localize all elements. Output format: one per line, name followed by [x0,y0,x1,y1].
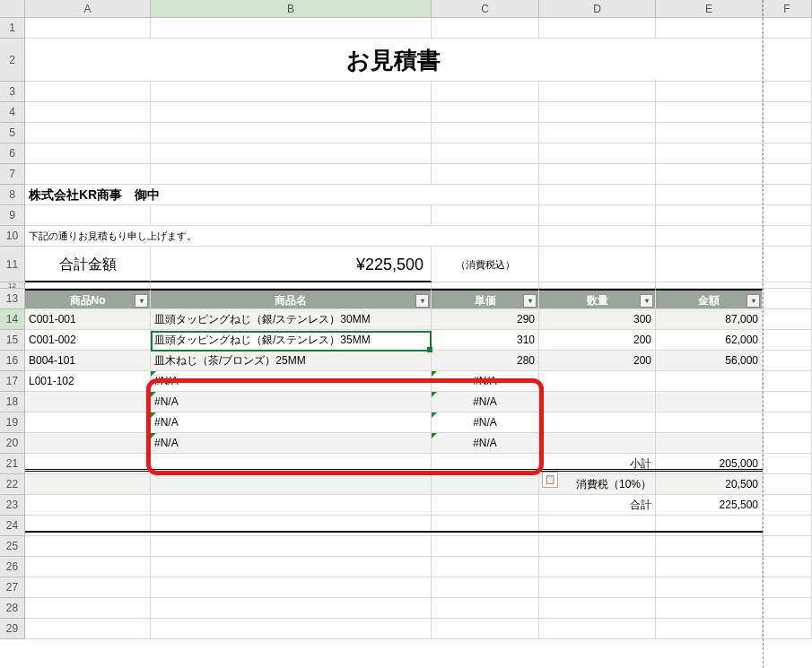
cell-qty[interactable] [539,412,656,433]
cell[interactable] [432,619,539,639]
cell[interactable] [763,433,812,454]
row-13[interactable]: 13 [0,289,25,309]
row-15[interactable]: 15 [0,330,25,351]
cell-qty[interactable] [539,392,656,412]
tax-value[interactable]: 20,500 [656,474,763,495]
cell[interactable] [656,536,763,557]
cell-qty[interactable]: 200 [539,330,656,351]
cell[interactable] [151,282,432,289]
cell[interactable] [25,495,151,516]
cell[interactable] [432,474,539,495]
cell-name-error[interactable]: #N/A [151,392,432,412]
row-27[interactable]: 27 [0,577,25,598]
cell[interactable] [656,82,763,102]
row-8[interactable]: 8 [0,185,25,205]
cell[interactable] [539,247,656,282]
cell[interactable] [25,536,151,557]
col-C[interactable]: C [432,0,539,17]
cell-name[interactable]: 皿頭タッピングねじ（銀/ステンレス）30MM [151,309,432,330]
cell[interactable] [25,516,151,536]
cell[interactable] [432,598,539,619]
cell[interactable] [763,123,812,143]
col-A[interactable]: A [25,0,151,17]
cell[interactable] [432,18,539,39]
cell[interactable] [151,474,432,495]
cell[interactable] [539,226,656,247]
grand-total-label[interactable]: 合計 [539,495,656,516]
cell[interactable] [539,18,656,39]
cell[interactable] [763,392,812,412]
cell[interactable] [763,247,812,282]
cell[interactable] [151,164,432,185]
cell[interactable] [151,536,432,557]
cell[interactable] [763,18,812,39]
cell[interactable] [656,123,763,143]
cell[interactable] [656,102,763,123]
cell[interactable] [151,598,432,619]
row-10[interactable]: 10 [0,226,25,247]
cell[interactable] [763,289,812,309]
cell[interactable] [151,102,432,123]
cell[interactable] [763,412,812,433]
row-16[interactable]: 16 [0,351,25,371]
cell[interactable] [539,536,656,557]
cell[interactable] [763,371,812,392]
filter-button[interactable]: ▾ [747,294,760,308]
filter-button[interactable]: ▾ [523,294,537,308]
cell[interactable] [763,516,812,536]
cell[interactable] [763,282,812,289]
paste-options-icon[interactable]: 📋 [542,472,558,488]
row-3[interactable]: 3 [0,82,25,102]
cell[interactable] [151,143,432,164]
cell-amt[interactable] [656,412,763,433]
cell[interactable] [763,143,812,164]
row-1[interactable]: 1 [0,18,25,39]
cell[interactable] [656,185,763,205]
cell[interactable] [763,495,812,516]
th-amt[interactable]: 金額▾ [656,289,763,309]
cell[interactable] [25,557,151,577]
cell[interactable] [763,474,812,495]
cell[interactable] [25,619,151,639]
cell-price-error[interactable]: #N/A [432,433,539,454]
cell[interactable] [25,164,151,185]
row-28[interactable]: 28 [0,598,25,619]
cell-price-error[interactable]: #N/A [432,371,539,392]
row-19[interactable]: 19 [0,412,25,433]
row-14[interactable]: 14 [0,309,25,330]
row-20[interactable]: 20 [0,433,25,454]
cell[interactable] [539,516,656,536]
cell-no[interactable] [25,412,151,433]
row-18[interactable]: 18 [0,392,25,412]
cell[interactable] [539,598,656,619]
cell[interactable] [763,536,812,557]
cell-qty[interactable]: 200 [539,351,656,371]
cell[interactable] [763,454,812,474]
cell-name[interactable]: 皿頭タッピングねじ（銀/ステンレス）35MM [151,330,432,351]
cell[interactable] [25,102,151,123]
cell[interactable] [432,536,539,557]
cell-amt[interactable]: 56,000 [656,351,763,371]
th-price[interactable]: 単価▾ [432,289,539,309]
cell[interactable] [539,143,656,164]
cell[interactable] [151,82,432,102]
cell[interactable] [656,598,763,619]
cell[interactable] [539,205,656,226]
filter-button[interactable]: ▾ [640,294,653,308]
cell[interactable] [432,164,539,185]
cell[interactable] [25,82,151,102]
cell[interactable] [432,495,539,516]
cell[interactable] [432,102,539,123]
cell[interactable] [656,577,763,598]
cell[interactable] [656,143,763,164]
cell[interactable] [656,226,763,247]
th-name[interactable]: 商品名▾ [151,289,432,309]
grand-total-value[interactable]: 225,500 [656,495,763,516]
row-11[interactable]: 11 [0,247,25,282]
tax-note[interactable]: （消費税込） [432,247,539,282]
company-name[interactable]: 株式会社KR商事 御中 [25,185,539,205]
cell[interactable] [25,143,151,164]
cell[interactable] [432,82,539,102]
cell[interactable] [151,557,432,577]
cell[interactable] [539,557,656,577]
